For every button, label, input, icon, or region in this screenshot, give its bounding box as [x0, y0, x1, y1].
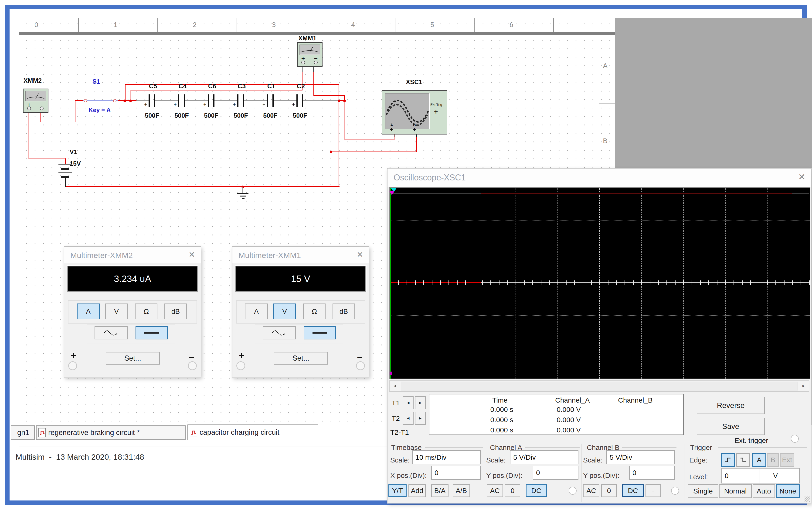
- battery-plate-long[interactable]: [58, 164, 72, 165]
- multimeter-xmm2-window[interactable]: Multimeter-XMM2 ✕ 3.234 uA A V Ω dB + − …: [64, 246, 201, 377]
- terminal[interactable]: [27, 107, 31, 110]
- capacitor-value[interactable]: 500F: [260, 112, 281, 119]
- wire-highlighted[interactable]: [28, 113, 29, 159]
- wire-highlighted[interactable]: [28, 158, 65, 159]
- yt-button[interactable]: Y/T: [388, 484, 407, 497]
- capacitor-plate[interactable]: [184, 94, 185, 107]
- capacitor-plate[interactable]: [272, 94, 273, 107]
- negative-jack[interactable]: [188, 361, 197, 370]
- ac-mode-button[interactable]: [94, 326, 127, 340]
- trigger-level-field[interactable]: 0: [721, 468, 760, 484]
- wire[interactable]: [339, 84, 339, 101]
- add-button[interactable]: Add: [408, 484, 426, 497]
- trigger-none-button[interactable]: None: [776, 484, 800, 498]
- titlebar[interactable]: Oscilloscope-XSC1 ✕: [387, 168, 811, 187]
- ampere-button[interactable]: A: [245, 303, 268, 319]
- capacitor-plate[interactable]: [208, 94, 209, 107]
- resize-grip[interactable]: [805, 496, 810, 502]
- capacitor-plate[interactable]: [267, 94, 268, 107]
- wire[interactable]: [339, 101, 339, 187]
- close-icon[interactable]: ✕: [798, 172, 806, 182]
- source-ref-label[interactable]: V1: [69, 148, 77, 156]
- wire-highlighted[interactable]: [344, 101, 345, 140]
- capacitor-plate[interactable]: [243, 94, 244, 107]
- wire[interactable]: [416, 137, 417, 152]
- wire[interactable]: [331, 152, 331, 187]
- ba-button[interactable]: B/A: [431, 484, 448, 497]
- channel-b-invert-button[interactable]: -: [645, 484, 661, 497]
- negative-jack[interactable]: [356, 361, 365, 370]
- timebase-scale-field[interactable]: 10 ms/Div: [412, 450, 481, 464]
- wire[interactable]: [117, 100, 137, 101]
- capacitor-name[interactable]: C2: [294, 83, 308, 90]
- wire-bus[interactable]: [137, 100, 149, 101]
- channel-b-ypos-field[interactable]: 0: [629, 466, 675, 480]
- t1-right-button[interactable]: ►: [415, 396, 426, 409]
- terminal[interactable]: [314, 61, 318, 64]
- wire[interactable]: [75, 100, 83, 101]
- capacitor-name[interactable]: C1: [264, 83, 278, 90]
- xmm1-ref-label[interactable]: XMM1: [298, 35, 316, 42]
- terminal[interactable]: [40, 107, 44, 110]
- wire-highlighted[interactable]: [344, 139, 395, 140]
- channel-a-dc-button[interactable]: DC: [526, 484, 547, 497]
- channel-b-dc-button[interactable]: DC: [622, 484, 644, 497]
- capacitor-value[interactable]: 500F: [290, 112, 310, 119]
- wire-bus[interactable]: [185, 100, 208, 101]
- scope-scrollbar[interactable]: ◄ ►: [389, 380, 809, 391]
- capacitor-plate[interactable]: [237, 94, 238, 107]
- decibel-button[interactable]: dB: [165, 303, 187, 319]
- capacitor-plate[interactable]: [302, 94, 303, 107]
- ground-lead[interactable]: [242, 187, 243, 193]
- cursor-t2-handle[interactable]: [389, 191, 395, 195]
- positive-jack[interactable]: [68, 361, 77, 370]
- positive-jack[interactable]: [236, 361, 245, 370]
- switch-key-label[interactable]: Key = A: [78, 107, 122, 114]
- wire-bus[interactable]: [244, 100, 267, 101]
- set-button[interactable]: Set...: [274, 352, 328, 364]
- wire[interactable]: [40, 122, 76, 123]
- titlebar[interactable]: Multimeter-XMM1 ✕: [232, 247, 369, 263]
- wire[interactable]: [314, 95, 345, 96]
- save-button[interactable]: Save: [697, 418, 765, 435]
- trigger-source-a-button[interactable]: A: [752, 453, 766, 467]
- trigger-source-b-button[interactable]: B: [767, 453, 779, 467]
- trigger-level-unit-field[interactable]: V: [760, 468, 800, 484]
- switch-s1[interactable]: [83, 100, 118, 101]
- capacitor-value[interactable]: 500F: [142, 112, 162, 119]
- channel-b-zero-button[interactable]: 0: [601, 484, 617, 497]
- xsc1-ref-label[interactable]: XSC1: [406, 79, 423, 86]
- ac-mode-button[interactable]: [263, 326, 296, 340]
- source-value-label[interactable]: 15V: [69, 160, 81, 167]
- channel-a-scale-field[interactable]: 5 V/Div: [510, 450, 578, 464]
- t1-left-button[interactable]: ◄: [403, 396, 413, 409]
- cursor-t2-bottom-handle[interactable]: [389, 372, 392, 375]
- multimeter-xmm2-component[interactable]: + −: [23, 88, 49, 113]
- t2-left-button[interactable]: ◄: [403, 412, 413, 425]
- capacitor-plate[interactable]: [149, 94, 150, 107]
- capacitor-name[interactable]: C6: [205, 83, 219, 90]
- ext-trig-terminal[interactable]: +: [434, 108, 438, 116]
- trigger-auto-button[interactable]: Auto: [753, 484, 775, 498]
- wire-highlighted[interactable]: [131, 90, 302, 91]
- ohm-button[interactable]: Ω: [135, 303, 157, 319]
- wire[interactable]: [40, 113, 40, 123]
- channel-a-ypos-field[interactable]: 0: [533, 466, 578, 480]
- capacitor-plate[interactable]: [178, 94, 179, 107]
- oscilloscope-window[interactable]: Oscilloscope-XSC1 ✕: [387, 168, 811, 503]
- dc-mode-button[interactable]: [303, 326, 336, 340]
- volt-button[interactable]: V: [273, 303, 296, 319]
- scroll-right-icon[interactable]: ►: [798, 381, 809, 391]
- decibel-button[interactable]: dB: [332, 303, 355, 319]
- ground-symbol[interactable]: [237, 193, 249, 194]
- ohm-button[interactable]: Ω: [303, 303, 325, 319]
- switch-ref-label[interactable]: S1: [92, 78, 100, 85]
- multimeter-xmm1-window[interactable]: Multimeter-XMM1 ✕ 15 V A V Ω dB + − Set.…: [232, 246, 369, 377]
- tab-design1[interactable]: gn1: [11, 426, 35, 440]
- dc-mode-button[interactable]: [136, 326, 168, 340]
- xmm2-ref-label[interactable]: XMM2: [24, 77, 42, 84]
- close-icon[interactable]: ✕: [188, 250, 195, 259]
- wire[interactable]: [65, 158, 66, 165]
- battery-plate-long[interactable]: [58, 172, 72, 173]
- scroll-thumb[interactable]: [401, 382, 798, 390]
